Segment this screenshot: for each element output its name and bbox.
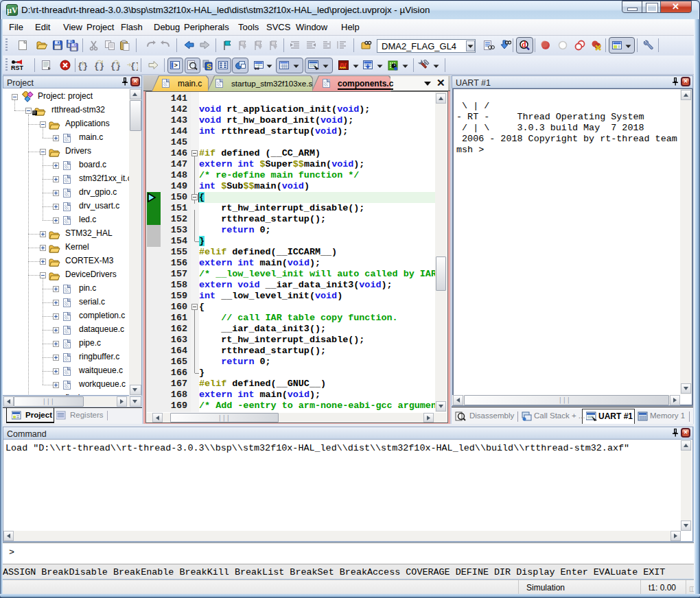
- svg-text:d: d: [522, 40, 526, 49]
